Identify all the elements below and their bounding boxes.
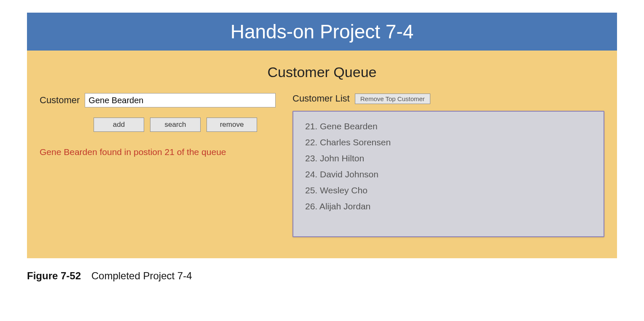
figure-caption: Figure 7-52 Completed Project 7-4 — [27, 270, 617, 282]
figure-text: Completed Project 7-4 — [91, 270, 192, 281]
remove-top-customer-button[interactable]: Remove Top Customer — [355, 94, 430, 104]
customer-list: 21. Gene Bearden22. Charles Sorensen23. … — [305, 118, 592, 214]
body-panel: Customer Queue Customer add search remov… — [27, 51, 617, 258]
customer-list-title: Customer List — [292, 93, 350, 104]
customer-label: Customer — [40, 95, 80, 106]
page-title: Hands-on Project 7-4 — [231, 21, 414, 43]
list-item: 24. David Johnson — [305, 166, 592, 182]
right-column: Customer List Remove Top Customer 21. Ge… — [292, 93, 604, 237]
remove-button[interactable]: remove — [207, 118, 257, 132]
customer-input[interactable] — [85, 93, 276, 107]
list-item: 22. Charles Sorensen — [305, 134, 592, 150]
add-button[interactable]: add — [94, 118, 144, 132]
customer-form-row: Customer — [40, 93, 276, 107]
figure-label: Figure 7-52 — [27, 270, 81, 281]
button-row: add search remove — [94, 118, 276, 132]
list-item: 25. Wesley Cho — [305, 182, 592, 198]
customer-list-box[interactable]: 21. Gene Bearden22. Charles Sorensen23. … — [292, 111, 604, 237]
left-column: Customer add search remove Gene Bearden … — [40, 93, 276, 157]
app-container: Hands-on Project 7-4 Customer Queue Cust… — [27, 13, 617, 282]
list-item: 23. John Hilton — [305, 150, 592, 166]
list-header: Customer List Remove Top Customer — [292, 93, 604, 104]
subtitle: Customer Queue — [40, 59, 604, 93]
columns: Customer add search remove Gene Bearden … — [40, 93, 604, 237]
search-button[interactable]: search — [150, 118, 201, 132]
list-item: 26. Alijah Jordan — [305, 198, 592, 214]
list-item: 21. Gene Bearden — [305, 118, 592, 134]
page-title-bar: Hands-on Project 7-4 — [27, 13, 617, 51]
status-message: Gene Bearden found in postion 21 of the … — [40, 147, 276, 157]
